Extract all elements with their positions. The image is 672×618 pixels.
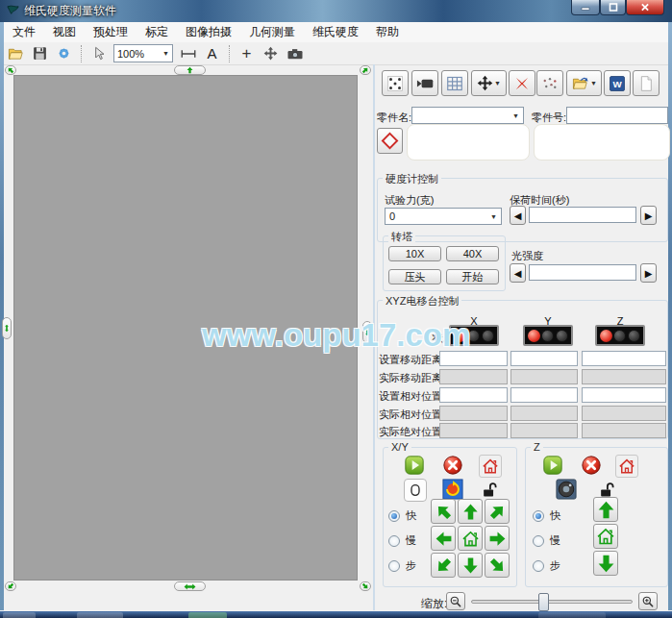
zoom-out-button[interactable]: [446, 592, 465, 610]
xy-home-button[interactable]: [479, 455, 502, 478]
word-report-button[interactable]: W: [604, 70, 631, 96]
taskbar-button[interactable]: [3, 612, 36, 618]
turret-10x-button[interactable]: 10X: [388, 246, 441, 261]
center-stage-button[interactable]: [259, 43, 283, 63]
settings-button[interactable]: [52, 43, 76, 63]
pan-right-edge-button[interactable]: [362, 321, 372, 343]
taskbar-tray[interactable]: [538, 612, 606, 618]
delete-button[interactable]: [509, 70, 535, 96]
xy-speed-step-radio[interactable]: 步: [388, 558, 416, 573]
menu-image-capture[interactable]: 图像拍摄: [177, 21, 240, 43]
light-intensity-input[interactable]: [529, 264, 636, 281]
jog-up-right-button[interactable]: [485, 499, 510, 524]
xy-speed-slow-radio[interactable]: 慢: [388, 533, 416, 548]
jog-right-button[interactable]: [485, 526, 510, 551]
z-speed-fast-radio[interactable]: 快: [533, 508, 560, 523]
measure-points-button[interactable]: [536, 70, 563, 96]
turret-start-button[interactable]: 开始: [446, 269, 499, 284]
cursor-tool-button[interactable]: [87, 43, 111, 63]
xy-trace-button[interactable]: [404, 479, 427, 502]
z-jog-up-button[interactable]: [593, 497, 618, 522]
set-relative-position-x[interactable]: [439, 387, 508, 403]
taskbar-button[interactable]: [77, 612, 123, 618]
turret-40x-button[interactable]: 40X: [446, 246, 499, 261]
zoom-in-button[interactable]: [638, 592, 658, 610]
turret-indenter-button[interactable]: 压头: [388, 269, 441, 284]
pan-bottom-right-button[interactable]: [360, 581, 371, 591]
z-stop-button[interactable]: [581, 455, 602, 476]
light-decrease-button[interactable]: ◀: [510, 263, 526, 283]
set-relative-position-z[interactable]: [582, 387, 666, 403]
close-button[interactable]: [626, 0, 664, 15]
z-focus-button[interactable]: [556, 479, 577, 500]
z-speed-slow-radio[interactable]: 慢: [533, 533, 560, 548]
pan-bottom-left-button[interactable]: [5, 581, 16, 591]
jog-down-button[interactable]: [458, 553, 483, 578]
menu-calibration[interactable]: 标定: [137, 21, 177, 43]
measure-tool-button[interactable]: [176, 43, 200, 63]
z-home-button[interactable]: [615, 455, 638, 478]
jog-home-button[interactable]: [458, 526, 483, 551]
grid-button[interactable]: [441, 70, 468, 96]
stage-calibration-button[interactable]: [382, 70, 409, 96]
jog-down-right-button[interactable]: [485, 553, 510, 578]
zoom-slider-thumb[interactable]: [538, 593, 549, 611]
light-increase-button[interactable]: ▶: [640, 263, 657, 283]
menu-file[interactable]: 文件: [4, 21, 44, 43]
z-start-button[interactable]: [542, 455, 563, 476]
z-speed-step-radio[interactable]: 步: [533, 558, 560, 573]
set-move-distance-z[interactable]: [582, 351, 666, 366]
z-jog-down-button[interactable]: [593, 551, 618, 576]
menu-help[interactable]: 帮助: [367, 21, 408, 43]
jog-down-left-button[interactable]: [431, 553, 456, 578]
indent-mark-button[interactable]: [377, 128, 403, 154]
panel-splitter[interactable]: [373, 64, 375, 610]
cross-tool-button[interactable]: +: [235, 43, 259, 63]
pan-top-right-button[interactable]: [360, 65, 371, 75]
part-no-input[interactable]: [566, 107, 668, 124]
minimize-button[interactable]: [571, 0, 600, 15]
set-move-distance-y[interactable]: [510, 351, 578, 366]
menu-view[interactable]: 视图: [44, 21, 85, 43]
pan-up-button[interactable]: [174, 65, 206, 75]
xy-speed-fast-radio[interactable]: 快: [388, 508, 416, 523]
xy-rotate-button[interactable]: [442, 479, 463, 500]
note-area-2[interactable]: [534, 124, 670, 161]
pan-top-left-button[interactable]: [5, 65, 16, 75]
live-video-button[interactable]: [411, 70, 438, 96]
set-move-distance-x[interactable]: [439, 351, 508, 366]
grid-icon: [446, 76, 463, 91]
test-force-select[interactable]: 0 ▼: [385, 208, 502, 225]
jog-up-left-button[interactable]: [431, 499, 456, 524]
set-relative-position-y[interactable]: [510, 387, 578, 403]
jog-left-button[interactable]: [431, 526, 456, 551]
pan-left-edge-button[interactable]: [2, 317, 12, 339]
new-page-button[interactable]: [633, 70, 660, 96]
xy-start-button[interactable]: [404, 455, 425, 476]
save-button[interactable]: [28, 43, 52, 63]
xy-lock-button[interactable]: [479, 479, 500, 500]
zoom-select[interactable]: 100% ▼: [113, 44, 173, 62]
hold-time-input[interactable]: [529, 207, 636, 223]
jog-up-button[interactable]: [458, 499, 483, 524]
zoom-slider-track[interactable]: [471, 600, 633, 604]
hold-time-decrease-button[interactable]: ◀: [510, 206, 526, 225]
menu-vickers-hardness[interactable]: 维氏硬度: [304, 21, 367, 43]
note-area-1[interactable]: [407, 124, 530, 161]
move-stage-button[interactable]: ▼: [471, 70, 507, 96]
menu-preprocess[interactable]: 预处理: [85, 21, 137, 43]
arrow-down-right-icon: [360, 581, 370, 591]
menu-geometry-measure[interactable]: 几何测量: [240, 21, 304, 43]
export-button[interactable]: ▼: [566, 70, 602, 96]
open-button[interactable]: [4, 43, 28, 63]
part-name-select[interactable]: ▼: [411, 107, 524, 124]
pan-horizontal-button[interactable]: [174, 581, 206, 591]
taskbar-button[interactable]: [188, 612, 227, 618]
image-canvas[interactable]: [13, 75, 358, 581]
hold-time-increase-button[interactable]: ▶: [640, 206, 657, 225]
maximize-button[interactable]: [600, 0, 626, 15]
text-tool-button[interactable]: A: [200, 43, 224, 63]
xy-stop-button[interactable]: [442, 455, 463, 476]
z-jog-home-button[interactable]: [593, 524, 618, 549]
camera-tool-button[interactable]: [283, 43, 307, 63]
